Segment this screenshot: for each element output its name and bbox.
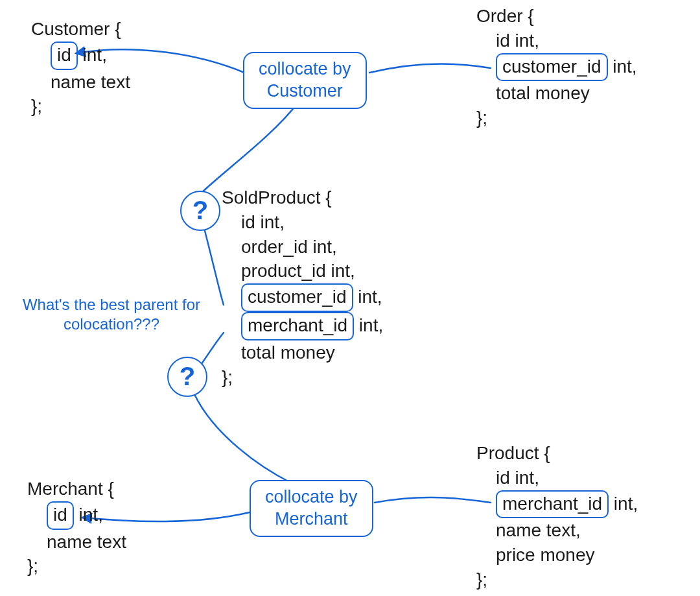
soldproduct-close: };: [222, 365, 383, 390]
customer-title: Customer {: [31, 17, 130, 42]
product-merchantid-key: merchant_id: [496, 490, 609, 519]
collocate-merchant-l1: collocate by: [265, 486, 358, 508]
soldproduct-f4: customer_id int,: [222, 283, 383, 312]
edge-collocate-customer-to-q1: [201, 102, 298, 193]
question-mark-icon: ?: [180, 362, 195, 390]
diagram-canvas: Customer { id int, name text }; Order { …: [0, 0, 700, 596]
collocate-by-merchant-box: collocate by Merchant: [250, 480, 373, 537]
soldproduct-customerid-key: customer_id: [241, 283, 353, 312]
product-f2: merchant_id int,: [476, 490, 638, 519]
collocate-merchant-l2: Merchant: [265, 508, 358, 530]
soldproduct-f5: merchant_id int,: [222, 312, 383, 340]
soldproduct-merchantid-key: merchant_id: [241, 312, 354, 340]
edge-q2-to-collocate-merchant: [194, 394, 292, 483]
product-merchantid-type: int,: [609, 494, 638, 514]
merchant-field-name: name text: [27, 530, 126, 554]
aside-question-note: What's the best parent for colocation???: [8, 295, 215, 334]
entity-customer: Customer { id int, name text };: [31, 17, 130, 119]
entity-merchant: Merchant { id int, name text };: [27, 477, 126, 578]
question-bubble-top: ?: [180, 191, 220, 231]
customer-close: };: [31, 94, 130, 119]
collocate-customer-l2: Customer: [259, 80, 351, 102]
order-close: };: [476, 106, 637, 130]
product-close: };: [476, 567, 638, 592]
collocate-customer-l1: collocate by: [259, 58, 351, 80]
aside-l1: What's the best parent for: [8, 295, 215, 315]
soldproduct-merchantid-type: int,: [354, 315, 383, 335]
question-bubble-bottom: ?: [167, 357, 207, 397]
soldproduct-title: SoldProduct {: [222, 185, 383, 210]
product-f4: price money: [476, 543, 638, 567]
merchant-close: };: [27, 554, 126, 578]
merchant-id-key: id: [47, 501, 74, 530]
soldproduct-f3: product_id int,: [222, 259, 383, 283]
customer-id-type: int,: [78, 45, 107, 65]
order-field-id: id int,: [476, 29, 637, 53]
soldproduct-f2: order_id int,: [222, 235, 383, 259]
customer-field-name: name text: [31, 70, 130, 95]
question-mark-icon: ?: [192, 196, 208, 224]
collocate-by-customer-box: collocate by Customer: [243, 52, 367, 109]
merchant-id-type: int,: [74, 505, 103, 525]
order-field-total: total money: [476, 81, 637, 106]
soldproduct-f6: total money: [222, 340, 383, 365]
soldproduct-f1: id int,: [222, 210, 383, 235]
product-title: Product {: [476, 441, 638, 466]
entity-order: Order { id int, customer_id int, total m…: [476, 4, 637, 130]
order-field-customerid: customer_id int,: [476, 53, 637, 82]
customer-id-key: id: [51, 42, 78, 70]
soldproduct-customerid-type: int,: [353, 287, 382, 307]
merchant-title: Merchant {: [27, 477, 126, 501]
edge-collocate-customer-to-order-customerid: [369, 64, 491, 73]
product-f1: id int,: [476, 466, 638, 490]
customer-field-id: id int,: [31, 42, 130, 70]
product-f3: name text,: [476, 518, 638, 543]
merchant-field-id: id int,: [27, 501, 126, 530]
order-customerid-type: int,: [608, 56, 637, 77]
edge-q1-to-soldproduct-customerid: [204, 228, 224, 305]
order-title: Order {: [476, 4, 637, 29]
aside-l2: colocation???: [8, 315, 215, 334]
order-customerid-key: customer_id: [496, 53, 608, 82]
entity-soldproduct: SoldProduct { id int, order_id int, prod…: [222, 185, 383, 389]
edge-collocate-merchant-to-product-merchantid: [375, 497, 491, 503]
entity-product: Product { id int, merchant_id int, name …: [476, 441, 638, 592]
